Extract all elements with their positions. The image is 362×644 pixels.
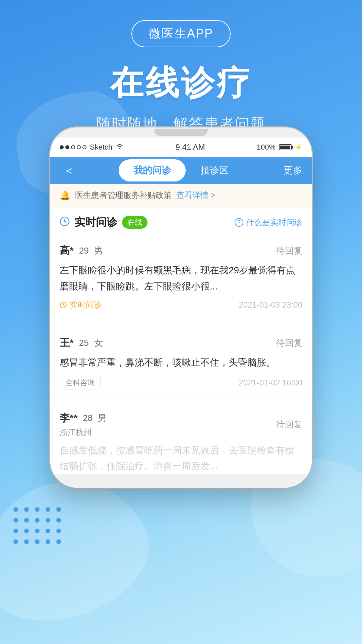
signal-dots [60, 145, 86, 149]
patient-1-info: 高* 29 男 [60, 244, 103, 258]
patient-1-name: 高* [60, 244, 74, 258]
patient-2-time: 2021-01-02 16:00 [239, 378, 303, 387]
patient-1-age: 29 [79, 246, 89, 256]
tab-my-consultation[interactable]: 我的问诊 [119, 159, 186, 181]
patient-1-type-tag: 实时问诊 [60, 300, 102, 310]
signal-dot-3 [71, 145, 75, 149]
patient-1-status: 待回复 [276, 245, 302, 257]
patient-3-age: 28 [83, 413, 93, 423]
patient-2-info: 王* 25 女 [60, 336, 103, 350]
realtime-help[interactable]: ? 什么是实时问诊 [235, 217, 302, 228]
phone-mockup-wrapper: Sketch 9:41 AM 100% [50, 127, 312, 488]
patient-2-footer: 全科咨询 2021-01-02 16:00 [60, 376, 302, 393]
signal-dot-5 [82, 145, 86, 149]
patient-card-3[interactable]: 李** 28 男 浙江杭州 待回复 自感发低烧，按感冒吃药一周未见效后，去医院检… [60, 404, 302, 474]
wifi-icon [116, 143, 124, 152]
patient-3-name: 李** [60, 411, 77, 425]
phone-notch [154, 129, 208, 136]
patient-section-3: 李** 28 男 浙江杭州 待回复 自感发低烧，按感冒吃药一周未见效后，去医院检… [50, 404, 312, 474]
patient-3-header: 李** 28 男 浙江杭州 待回复 [60, 404, 302, 442]
patient-1-type-label: 实时问诊 [70, 300, 102, 310]
patient-3-gender: 男 [98, 412, 107, 424]
patient-2-status: 待回复 [276, 337, 302, 349]
battery-body [279, 144, 292, 150]
main-title: 在线诊疗 [0, 61, 362, 106]
notice-icon: 🔔 [60, 190, 70, 201]
nav-bar: ＜ 我的问诊 接诊区 更多 [50, 157, 312, 184]
realtime-header: 实时问诊 在线 ? 什么是实时问诊 [60, 215, 302, 230]
patient-2-desc: 感冒非常严重，鼻涕不断，咳嗽止不住，头昏脑胀。 [60, 355, 302, 371]
battery-fill [280, 146, 290, 149]
phone-inner: Sketch 9:41 AM 100% [50, 138, 312, 474]
tab-reception[interactable]: 接诊区 [186, 159, 243, 181]
nav-tabs: 我的问诊 接诊区 [85, 159, 277, 181]
patient-3-desc: 自感发低烧，按感冒吃药一周未见效后，去医院检查有横结肠扩张，住院治疗。消炎一周后… [60, 442, 302, 474]
patient-2-gender: 女 [94, 337, 103, 349]
dots-decoration [13, 507, 61, 550]
notice-bar: 🔔 医生患者管理服务补贴政策 查看详情 > [50, 184, 312, 207]
patient-1-footer: 实时问诊 2021-01-03 23:00 [60, 300, 302, 314]
patient-2-type-tag: 全科咨询 [60, 376, 101, 389]
battery-icon [279, 144, 292, 150]
signal-dot-4 [77, 145, 81, 149]
status-bar: Sketch 9:41 AM 100% [50, 138, 312, 157]
patient-2-name: 王* [60, 336, 74, 350]
patient-2-age: 25 [79, 338, 89, 348]
patient-card-1[interactable]: 高* 29 男 待回复 左下眼睑很小的时候有颗黑毛痣，现在我29岁最觉得有点磨眼… [60, 236, 302, 314]
divider-2 [50, 398, 312, 398]
status-time: 9:41 AM [175, 143, 205, 152]
signal-dot-1 [60, 145, 64, 149]
more-button[interactable]: 更多 [284, 164, 302, 177]
help-text: 什么是实时问诊 [246, 217, 302, 228]
patient-1-gender: 男 [94, 245, 103, 257]
status-right: 100% ⚡ [257, 143, 302, 152]
phone-bottom [50, 474, 312, 488]
app-badge: 微医生APP [131, 20, 231, 47]
header-section: 微医生APP 在线诊疗 随时随地，解答患者问题 [0, 0, 362, 134]
carrier-text: Sketch [90, 143, 112, 152]
patient-section-2: 王* 25 女 待回复 感冒非常严重，鼻涕不断，咳嗽止不住，头昏脑胀。 全科咨询… [50, 329, 312, 393]
patient-1-header: 高* 29 男 待回复 [60, 236, 302, 262]
patient-3-location: 浙江杭州 [60, 427, 107, 438]
realtime-clock-icon [60, 216, 70, 229]
lightning-icon: ⚡ [295, 144, 302, 151]
online-badge: 在线 [122, 216, 147, 229]
help-icon: ? [235, 218, 243, 227]
signal-dot-2 [65, 145, 69, 149]
patient-1-desc: 左下眼睑很小的时候有颗黑毛痣，现在我29岁最觉得有点磨眼睛，下眼睑跳。左下眼睑很… [60, 262, 302, 294]
realtime-title: 实时问诊 在线 [60, 215, 147, 230]
status-left: Sketch [60, 143, 124, 152]
patient-2-header: 王* 25 女 待回复 [60, 329, 302, 355]
patient-card-2[interactable]: 王* 25 女 待回复 感冒非常严重，鼻涕不断，咳嗽止不住，头昏脑胀。 全科咨询… [60, 329, 302, 393]
patient-1-time: 2021-01-03 23:00 [239, 300, 303, 310]
patient-3-info: 李** 28 男 [60, 411, 107, 425]
back-button[interactable]: ＜ [60, 162, 78, 179]
phone-top-bar [50, 127, 312, 138]
divider-1 [50, 323, 312, 323]
notice-link[interactable]: 查看详情 > [176, 190, 216, 201]
battery-percent: 100% [257, 143, 276, 152]
realtime-label: 实时问诊 [74, 215, 117, 230]
patient-3-status: 待回复 [276, 419, 302, 430]
notice-text: 医生患者管理服务补贴政策 [75, 190, 172, 201]
realtime-section: 实时问诊 在线 ? 什么是实时问诊 高* 29 男 [50, 207, 312, 323]
phone-mockup: Sketch 9:41 AM 100% [50, 127, 312, 488]
